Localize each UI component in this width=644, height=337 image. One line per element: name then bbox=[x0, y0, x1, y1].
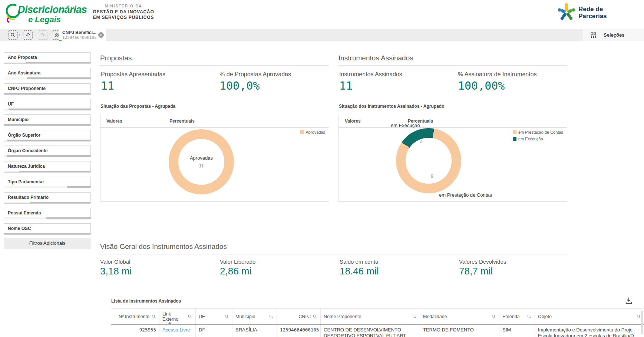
filter-scrollbar[interactable] bbox=[4, 140, 90, 141]
column-header-emenda[interactable]: Emenda bbox=[499, 309, 535, 324]
tab-valores[interactable]: Valores bbox=[345, 119, 361, 124]
table-cell-nome-proponente[interactable]: CENTRO DE DESENVOLVIMENTO DESPORTIVO ESP… bbox=[321, 325, 420, 337]
legend-item-aprovadas[interactable]: Aprovadas bbox=[300, 130, 325, 134]
selection-tab-cnpj[interactable]: CNPJ Benefici... 12594664000105 ✕ bbox=[59, 29, 106, 41]
vertical-scrollbar[interactable] bbox=[641, 310, 643, 334]
filter-scrollbar[interactable] bbox=[4, 186, 90, 188]
filter-item-orgao-superior[interactable]: Órgão Superior bbox=[4, 130, 91, 141]
instrumentos-table: Nº InstrumentoLink ExternoUFMunicípioCNP… bbox=[111, 308, 644, 337]
callout-prestacao-label: em Prestação de Contas bbox=[439, 192, 492, 198]
table-cell-municipio[interactable]: BRASÍLIA bbox=[232, 325, 277, 337]
table-cell-cnpj[interactable]: 12594664000105 bbox=[277, 325, 321, 337]
filter-label: Ano Proposta bbox=[4, 53, 90, 60]
column-header-nome-proponente[interactable]: Nome Proponente bbox=[321, 309, 420, 324]
instrumentos-chart-tabs: Valores Percentuais bbox=[339, 115, 567, 128]
instrumentos-legend: em Prestação de Contasem Execução bbox=[513, 130, 563, 143]
filter-scrollbar[interactable] bbox=[4, 217, 90, 219]
filter-item-ano-assinatura[interactable]: Ano Assinatura bbox=[4, 68, 91, 79]
donut-center bbox=[406, 138, 451, 183]
filter-item-cnpj-proponente[interactable]: CNPJ Proponente bbox=[4, 83, 91, 95]
ministry-line2: GESTÃO E DA INOVAÇÃO bbox=[92, 9, 155, 15]
selection-tab-value: 12594664000105 bbox=[62, 35, 96, 40]
donut-chart-instrumentos[interactable] bbox=[396, 128, 461, 193]
selection-tab-title: CNPJ Benefici... bbox=[62, 30, 96, 35]
filter-item-nome-osc[interactable]: Nome OSC bbox=[4, 223, 91, 235]
table-cell-objeto[interactable]: Implementação e Desenvolvimento do Proje… bbox=[535, 325, 644, 337]
selections-button-label: Seleções bbox=[604, 32, 624, 38]
table-body: 925955Acesso LivreDFBRASÍLIA125946640001… bbox=[111, 325, 644, 337]
column-header-uf[interactable]: UF bbox=[196, 309, 232, 324]
table-cell-uf[interactable]: DF bbox=[196, 325, 232, 337]
kpi-valor-liberado-label: Valor Liberado bbox=[220, 258, 255, 265]
filter-scrollbar[interactable] bbox=[4, 77, 90, 79]
filter-scrollbar[interactable] bbox=[4, 93, 90, 94]
filter-item-uf[interactable]: UF bbox=[4, 99, 91, 110]
search-icon[interactable] bbox=[152, 314, 156, 319]
smart-search-icon[interactable] bbox=[8, 30, 18, 40]
propostas-chart-container: Valores Percentuais Aprovadas Aprovadas … bbox=[100, 115, 329, 202]
filter-item-possui-emenda[interactable]: Possui Emenda bbox=[4, 208, 91, 219]
column-label: Município bbox=[235, 314, 255, 319]
column-header-municipio[interactable]: Município bbox=[232, 309, 277, 324]
filter-item-orgao-concedente[interactable]: Órgão Concedente bbox=[4, 146, 91, 157]
search-icon[interactable] bbox=[313, 314, 317, 319]
selections-toolbar: ▾ ↶ ↷ ⊗ CNPJ Benefici... 12594664000105 … bbox=[0, 29, 644, 41]
tab-percentuais[interactable]: Percentuais bbox=[169, 119, 195, 124]
filter-label: Resultado Primário bbox=[4, 193, 90, 200]
undo-icon[interactable]: ↶ bbox=[23, 30, 33, 40]
filter-item-municipio[interactable]: Município bbox=[4, 114, 91, 126]
search-icon[interactable] bbox=[188, 314, 192, 319]
callout-prestacao-value: 9 bbox=[431, 174, 433, 179]
callout-em-execucao-label: em Execução bbox=[391, 123, 420, 128]
table-title: Lista de Instrumentos Assinados bbox=[111, 298, 181, 304]
search-dropdown-caret-icon[interactable]: ▾ bbox=[19, 34, 20, 37]
legend-item-em-prestacao-de-contas[interactable]: em Prestação de Contas bbox=[513, 130, 563, 134]
additional-filters-button[interactable]: Filtros Adicionais bbox=[4, 238, 91, 249]
filter-scrollbar[interactable] bbox=[4, 109, 90, 110]
column-label: UF bbox=[199, 314, 205, 319]
kpi-valor-liberado-value: 2,86 mi bbox=[220, 266, 251, 277]
column-label: Nº Instrumento bbox=[119, 314, 149, 319]
filter-item-resultado-primario[interactable]: Resultado Primário bbox=[4, 192, 91, 204]
table-row: 925955Acesso LivreDFBRASÍLIA125946640001… bbox=[111, 325, 644, 337]
search-icon[interactable] bbox=[225, 314, 229, 319]
selections-button[interactable]: Seleções bbox=[582, 29, 644, 41]
search-icon[interactable] bbox=[527, 314, 532, 319]
download-icon[interactable] bbox=[625, 297, 634, 306]
filter-item-ano-proposta[interactable]: Ano Proposta bbox=[4, 52, 91, 64]
legend-item-em-execucao[interactable]: em Execução bbox=[513, 137, 563, 141]
kpi-valor-global-label: Valor Global bbox=[100, 258, 130, 265]
visao-geral-divider bbox=[100, 254, 567, 254]
filter-scrollbar[interactable] bbox=[4, 124, 90, 126]
filter-scrollbar[interactable] bbox=[4, 62, 90, 63]
close-icon[interactable]: ✕ bbox=[98, 32, 104, 38]
legend-swatch bbox=[513, 130, 516, 134]
search-icon[interactable] bbox=[492, 314, 496, 319]
filter-scrollbar[interactable] bbox=[4, 202, 90, 203]
donut-chart-propostas[interactable]: Aprovadas 11 bbox=[169, 129, 234, 194]
column-header-modalidade[interactable]: Modalidade bbox=[420, 309, 499, 324]
filter-label: Nome OSC bbox=[4, 224, 90, 231]
column-header-link-externo[interactable]: Link Externo bbox=[159, 309, 196, 324]
column-header-n-instrumento[interactable]: Nº Instrumento bbox=[111, 309, 159, 324]
table-cell-modalidade[interactable]: TERMO DE FOMENTO bbox=[420, 325, 499, 337]
kpi-propostas-apresentadas-label: Propostas Apresentadas bbox=[101, 71, 165, 78]
table-cell-n-instrumento[interactable]: 925955 bbox=[111, 325, 159, 337]
filter-item-natureza-juridica[interactable]: Natureza Jurídica bbox=[4, 161, 91, 173]
instrumentos-section-title: Instrumentos Assinados bbox=[338, 54, 413, 62]
column-header-objeto[interactable]: Objeto bbox=[535, 309, 644, 324]
search-icon[interactable] bbox=[269, 314, 274, 319]
filter-item-tipo-parlamentar[interactable]: Tipo Parlamentar bbox=[4, 177, 91, 188]
propostas-divider bbox=[100, 65, 329, 66]
external-link[interactable]: Acesso Livre bbox=[159, 325, 196, 337]
redo-icon[interactable]: ↷ bbox=[38, 30, 47, 40]
table-cell-emenda[interactable]: SIM bbox=[499, 325, 535, 337]
filter-scrollbar[interactable] bbox=[4, 155, 90, 157]
visao-geral-title: Visão Geral dos Instrumentos Assinados bbox=[100, 243, 227, 251]
filter-scrollbar[interactable] bbox=[4, 171, 90, 172]
tab-valores[interactable]: Valores bbox=[106, 119, 122, 124]
partner-star-icon bbox=[557, 3, 576, 22]
column-header-cnpj[interactable]: CNPJ bbox=[277, 309, 321, 324]
search-icon[interactable] bbox=[412, 314, 417, 319]
filter-scrollbar[interactable] bbox=[4, 233, 90, 234]
